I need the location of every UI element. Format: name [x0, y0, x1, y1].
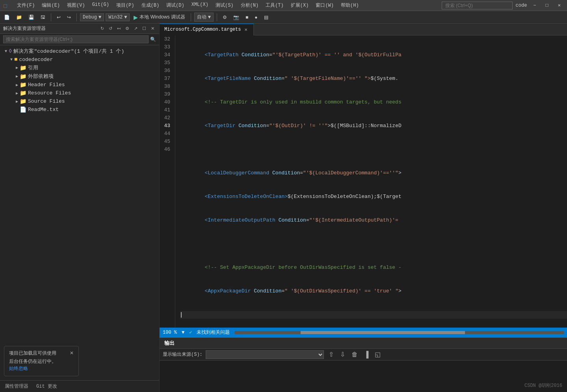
config-arrow-icon: ▼ [99, 15, 101, 20]
menu-debug[interactable]: 调试(D) [163, 1, 188, 9]
line-num-34: 34 [163, 51, 170, 59]
toolbar-misc-btn2[interactable]: 📷 [231, 14, 242, 21]
toolbar-misc-btn5[interactable]: ▤ [262, 14, 271, 21]
menu-file[interactable]: 文件(F) [14, 1, 38, 9]
sidebar-git-tab[interactable]: Git 更改 [35, 382, 59, 390]
menu-git[interactable]: Git(G) [89, 1, 112, 9]
tree-resource-files[interactable]: ▶ 📁 Resource Files [0, 89, 159, 97]
tree-readme[interactable]: 📄 ReadMe.txt [0, 105, 159, 114]
toolbar-redo-btn[interactable]: ↪ [65, 14, 73, 21]
auto-dropdown[interactable]: 自动 ▼ [194, 13, 214, 22]
output-toolbar: 显示输出来源(S): ⇧ ⇩ 🗑 ▐ ◱ [160, 349, 567, 361]
tree-source-files[interactable]: ▶ 📁 Source Files [0, 97, 159, 105]
line-num-35: 35 [163, 59, 170, 67]
sidebar-maximize-icon[interactable]: ☐ [141, 26, 148, 31]
sidebar-sync-icon[interactable]: ↻ [99, 26, 106, 31]
line-num-32: 32 [163, 35, 170, 43]
zoom-level: 100 % [163, 330, 177, 335]
sidebar-settings-icon[interactable]: ⚙ [124, 26, 131, 31]
sidebar-search-input[interactable] [3, 35, 149, 43]
toast-notification: 项目已加载且可供使用 ✕ 后台任务仍在运行中。 始终忽略 [4, 346, 79, 376]
sidebar-icons: ↻ ↺ ↤ ⚙ ↗ ☐ ✕ [99, 26, 156, 31]
code-editor[interactable]: 32 33 34 35 36 37 38 39 40 41 42 43 44 4… [160, 35, 567, 327]
menu-project[interactable]: 项目(P) [113, 1, 138, 9]
toolbar-undo-btn[interactable]: ↩ [54, 14, 63, 21]
run-label: 本地 Windows 调试器 [139, 14, 185, 20]
scroll-track[interactable] [234, 331, 564, 334]
vs-logo-icon: ◻ [3, 1, 7, 10]
project-icon: ■ [14, 56, 17, 63]
toolbar-misc-btn4[interactable]: ● [252, 14, 260, 21]
minimize-icon[interactable]: − [530, 2, 539, 9]
tree-project[interactable]: ▼ ■ codedecoder [0, 55, 159, 63]
output-btn-up[interactable]: ⇧ [327, 350, 335, 359]
status-scrollbar[interactable] [234, 331, 564, 334]
tree-expand-project: ▼ [9, 57, 14, 62]
line-num-36: 36 [163, 67, 170, 75]
menu-extensions[interactable]: 扩展(X) [288, 1, 312, 9]
toolbar-new-btn[interactable]: 📄 [2, 14, 12, 21]
auto-label: 自动 [197, 14, 206, 20]
menu-view[interactable]: 视图(V) [64, 1, 88, 9]
config-dropdown[interactable]: Debug ▼ [80, 13, 104, 21]
output-btn-down[interactable]: ⇩ [338, 350, 347, 359]
maximize-icon[interactable]: □ [543, 2, 552, 9]
tree-references[interactable]: ▶ 📁 引用 [0, 63, 159, 72]
sidebar-pin-icon[interactable]: ↗ [132, 26, 139, 31]
platform-arrow-icon: ▼ [124, 15, 127, 20]
output-btn-copy[interactable]: ▐ [363, 351, 370, 359]
toolbar-save-btn[interactable]: 💾 [26, 14, 37, 21]
menu-edit[interactable]: 编辑(E) [39, 1, 63, 9]
tree-readme-label: ReadMe.txt [28, 107, 59, 113]
output-source-combo[interactable] [206, 350, 324, 359]
menu-analyze[interactable]: 分析(N) [238, 1, 262, 9]
tree-header-files[interactable]: ▶ 📁 Header Files [0, 81, 159, 89]
sidebar-search-btn[interactable]: 🔍 [150, 37, 156, 42]
run-button[interactable]: ▶ 本地 Windows 调试器 [131, 13, 187, 21]
tab-close-cppcommon[interactable]: ✕ [243, 27, 249, 32]
code-lines-content[interactable]: <TargetPath Condition="'$(TargetPath)' =… [175, 35, 567, 327]
tree-external-deps[interactable]: ▶ 📁 外部依赖项 [0, 72, 159, 81]
tree-expand-headers: ▶ [14, 83, 20, 87]
tree-expand-readme [14, 107, 20, 112]
toast-header: 项目已加载且可供使用 ✕ [9, 350, 74, 357]
title-search-input[interactable] [442, 2, 513, 9]
line-num-45: 45 [163, 138, 170, 146]
tab-cppcommon[interactable]: Microsoft.CppCommon.targets ✕ [160, 24, 254, 35]
menu-xml[interactable]: XML(X) [188, 1, 212, 9]
sidebar-collapse-icon[interactable]: ↤ [115, 26, 122, 31]
toast-close-btn[interactable]: ✕ [70, 350, 74, 356]
bottom-panel: 输出 显示输出来源(S): ⇧ ⇩ 🗑 ▐ ◱ [160, 337, 567, 392]
close-icon[interactable]: ✕ [555, 2, 564, 9]
toast-ignore-link[interactable]: 始终忽略 [9, 366, 28, 372]
code-line-35: <TargetDir Condition="'$(OutDir)' != ''"… [180, 122, 567, 130]
code-line-38: <ExtensionsToDeleteOnClean>$(ExtensionsT… [180, 193, 567, 201]
line-num-42: 42 [163, 114, 170, 122]
menu-test[interactable]: 测试(S) [212, 1, 237, 9]
platform-label: Win32 [108, 15, 123, 20]
sidebar-properties-tab[interactable]: 属性管理器 [3, 382, 30, 390]
sidebar-close-icon[interactable]: ✕ [149, 26, 156, 31]
menu-window[interactable]: 窗口(W) [312, 1, 337, 9]
toolbar-sep-1 [51, 13, 51, 21]
toolbar-saveall-btn[interactable]: 🖫 [38, 14, 48, 21]
tree-solution[interactable]: ▼ ◊ 解决方案"codedecoder"(1 个项目/共 1 个) [0, 47, 159, 55]
sidebar: 解决方案资源管理器 ↻ ↺ ↤ ⚙ ↗ ☐ ✕ 🔍 ▼ ◊ 解决方案"coded… [0, 24, 160, 392]
menu-help[interactable]: 帮助(H) [338, 1, 362, 9]
toolbar-open-btn[interactable]: 📁 [14, 14, 24, 21]
scroll-thumb[interactable] [301, 331, 465, 334]
zoom-dropdown-icon[interactable]: ▼ [182, 330, 184, 335]
menu-tools[interactable]: 工具(T) [262, 1, 287, 9]
output-btn-clear[interactable]: 🗑 [350, 351, 359, 359]
sidebar-bottom-tabs: 属性管理器 Git 更改 [0, 380, 159, 392]
output-btn-wrap[interactable]: ◱ [373, 350, 382, 359]
sidebar-refresh-icon[interactable]: ↺ [107, 26, 114, 31]
menu-build[interactable]: 生成(B) [138, 1, 163, 9]
code-line-33: <TargetFileName Condition=" '$(TargetFil… [180, 75, 567, 83]
tree-expand-refs: ▶ [14, 65, 20, 70]
code-line-39: <IntermediateOutputPath Condition="'$(In… [180, 216, 567, 224]
toolbar-misc-btn3[interactable]: ■ [243, 14, 251, 21]
line-num-46: 46 [163, 146, 170, 153]
toolbar-misc-btn1[interactable]: ⚙ [220, 14, 229, 21]
platform-dropdown[interactable]: Win32 ▼ [106, 13, 130, 21]
